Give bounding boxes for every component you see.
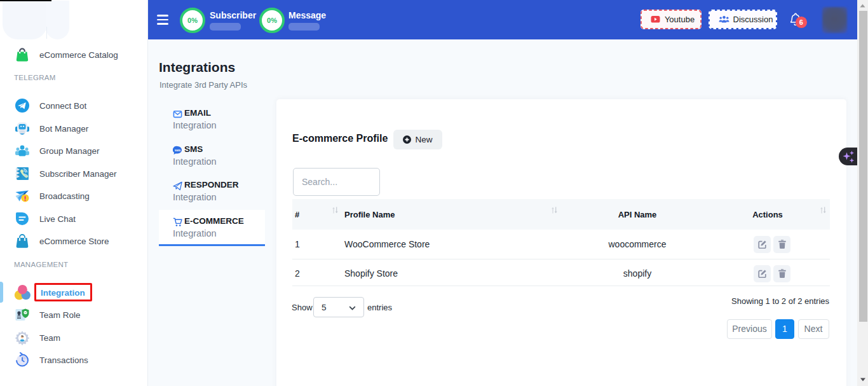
svg-text:SMS: SMS (175, 148, 180, 151)
